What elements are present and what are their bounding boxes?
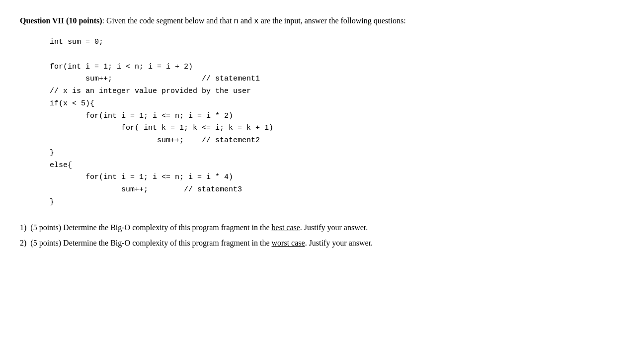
code-line-1: int sum = 0; xyxy=(50,38,103,46)
question-container: Question VII (10 points): Given the code… xyxy=(20,15,624,250)
code-block: int sum = 0; for(int i = 1; i < n; i = i… xyxy=(50,36,624,209)
question-2: 2) (5 points) Determine the Big-O comple… xyxy=(20,236,624,250)
question-header-text: : Given the code segment below and that … xyxy=(102,16,406,25)
questions-section: 1) (5 points) Determine the Big-O comple… xyxy=(20,221,624,250)
code-line-4: sum++; // statement1 xyxy=(50,75,260,83)
code-line-9: sum++; // statement2 xyxy=(50,136,260,145)
worst-case-underline: worst case xyxy=(272,239,305,247)
code-line-11: else{ xyxy=(50,161,72,170)
code-line-7: for(int i = 1; i <= n; i = i * 2) xyxy=(50,112,233,120)
code-line-13: sum++; // statement3 xyxy=(50,185,242,194)
question-title-bold: Question VII (10 points) xyxy=(20,16,102,25)
code-line-14: } xyxy=(50,198,54,206)
question-1: 1) (5 points) Determine the Big-O comple… xyxy=(20,221,624,234)
question-header: Question VII (10 points): Given the code… xyxy=(20,15,624,27)
code-line-6: if(x < 5){ xyxy=(50,99,94,108)
code-line-12: for(int i = 1; i <= n; i = i * 4) xyxy=(50,173,233,181)
code-line-5: // x is an integer value provided by the… xyxy=(50,87,251,95)
code-line-3: for(int i = 1; i < n; i = i + 2) xyxy=(50,63,193,71)
code-line-8: for( int k = 1; k <= i; k = k + 1) xyxy=(50,124,273,132)
code-line-10: } xyxy=(50,149,54,157)
best-case-underline: best case xyxy=(272,223,300,232)
